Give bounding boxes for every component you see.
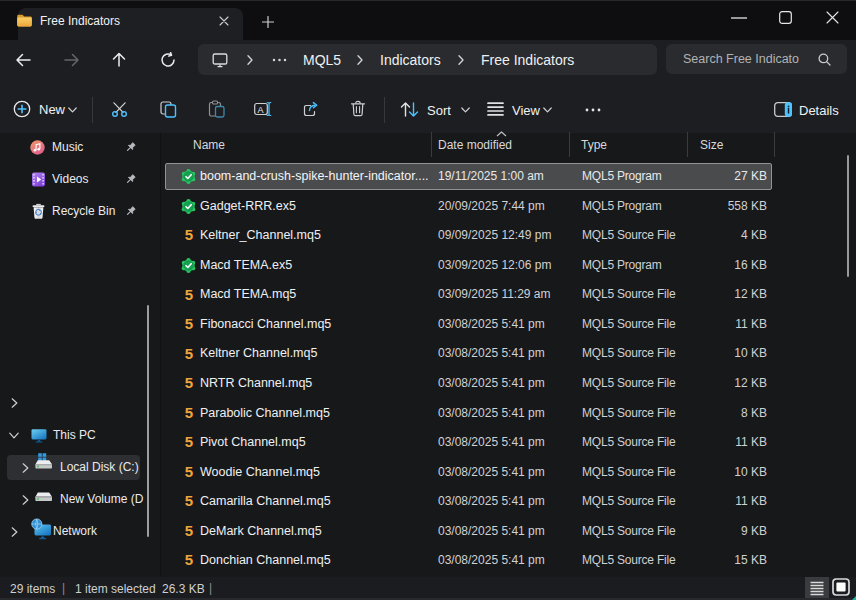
svg-text:A: A: [258, 105, 264, 115]
